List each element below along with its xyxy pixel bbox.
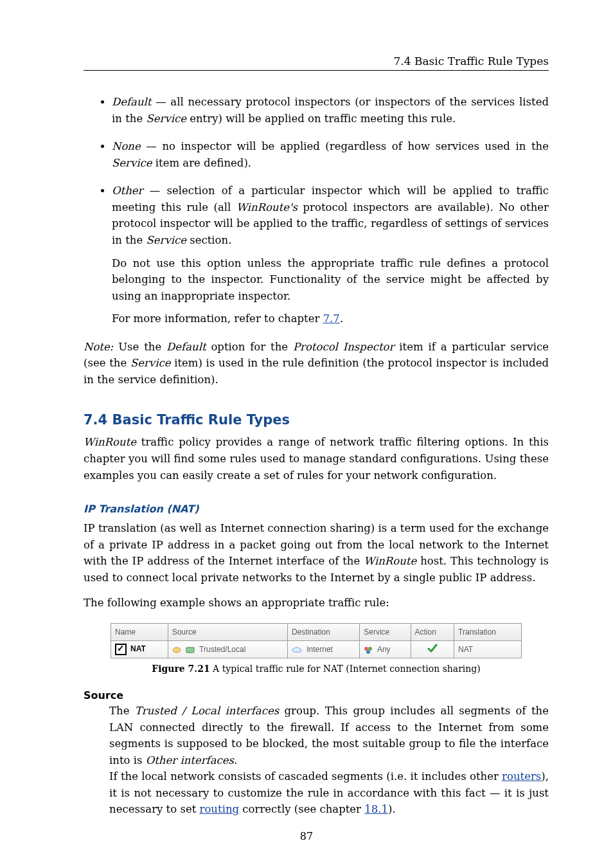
winroute-ital: WinRoute (84, 436, 136, 448)
body-text: entry) will be applied on traffic meetin… (186, 113, 456, 125)
figure-7-21: Name Source Destination Service Action T… (111, 623, 522, 674)
default-ital: Default (166, 341, 206, 353)
source-paragraph-2: If the local network consists of cascade… (109, 768, 549, 818)
table-row: NAT Trusted/Local Internet Any (111, 640, 522, 658)
body-text: The (109, 705, 135, 717)
list-item: Default — all necessary protocol inspect… (112, 94, 549, 127)
header-rule (84, 70, 549, 71)
rule-name: NAT (130, 644, 146, 653)
body-text: . (340, 312, 343, 325)
routers-link[interactable]: routers (502, 770, 541, 782)
service-ital: Service (146, 113, 186, 125)
cloud-icon (292, 646, 302, 654)
host-icon (172, 646, 181, 654)
service-ital: Service (146, 234, 186, 246)
cell-translation: NAT (454, 640, 522, 658)
body-text: traffic policy provides a range of netwo… (84, 436, 549, 481)
winroute-ital: WinRoute (364, 555, 416, 567)
service-text: Any (377, 645, 391, 654)
nic-icon (186, 646, 195, 654)
list-item: Other — selection of a particular inspec… (112, 183, 549, 327)
col-translation: Translation (454, 623, 522, 640)
note-paragraph: Note: Use the Default option for the Pro… (84, 339, 549, 388)
chapter-7-7-link[interactable]: 7.7 (323, 312, 340, 325)
other-interfaces-ital: Other interfaces (146, 754, 234, 766)
permit-icon (427, 644, 438, 653)
note-lead: Note: (84, 341, 113, 353)
body-text: If the local network consists of cascade… (109, 770, 502, 782)
protocol-inspector-ital: Protocol Inspector (293, 341, 394, 353)
col-action: Action (411, 623, 454, 640)
svg-point-4 (366, 650, 370, 654)
body-text: Do not use this option unless the approp… (112, 255, 549, 305)
service-ital: Service (112, 157, 152, 169)
bullet-lead: None (112, 140, 141, 152)
trusted-local-ital: Trusted / Local interfaces (135, 705, 279, 717)
cell-action (411, 640, 454, 658)
body-text: Use the (113, 341, 166, 353)
bullet-lead: Other (112, 185, 143, 197)
section-intro: WinRoute traffic policy provides a range… (84, 434, 549, 484)
section-heading: 7.4 Basic Traffic Rule Types (84, 412, 549, 428)
body-text: correctly (see chapter (239, 803, 364, 815)
table-header-row: Name Source Destination Service Action T… (111, 623, 522, 640)
running-head: 7.4 Basic Traffic Rule Types (84, 55, 549, 68)
svg-rect-1 (186, 647, 194, 653)
col-source: Source (168, 623, 287, 640)
source-paragraph-1: The Trusted / Local interfaces group. Th… (109, 703, 549, 768)
body-text: For more information, refer to chapter 7… (112, 311, 549, 327)
figure-caption: Figure 7.21 A typical traffic rule for N… (111, 664, 522, 674)
source-field-heading: Source (84, 689, 549, 701)
service-ital: Service (130, 357, 171, 369)
nat-heading: IP Translation (NAT) (84, 503, 549, 515)
any-icon (364, 646, 373, 654)
cell-name: NAT (111, 640, 168, 658)
cell-destination: Internet (287, 640, 359, 658)
figure-number: Figure 7.21 (152, 664, 209, 674)
body-text: For more information, refer to chapter (112, 312, 323, 325)
checkbox-checked-icon (115, 644, 127, 655)
body-text: ). (388, 803, 396, 815)
bullet-list: Default — all necessary protocol inspect… (84, 94, 549, 327)
svg-point-3 (368, 647, 372, 651)
col-service: Service (360, 623, 411, 640)
nat-paragraph-1: IP translation (as well as Internet conn… (84, 520, 549, 586)
traffic-rule-table: Name Source Destination Service Action T… (111, 623, 522, 658)
body-text: option for the (206, 341, 293, 353)
source-text: Trusted/Local (199, 645, 245, 654)
body-text: item are defined). (152, 157, 252, 169)
cell-source: Trusted/Local (168, 640, 287, 658)
bullet-lead: Default (112, 96, 151, 108)
winroute-ital: WinRoute's (236, 201, 298, 213)
figure-caption-text: A typical traffic rule for NAT (Internet… (210, 664, 481, 674)
destination-text: Internet (306, 645, 333, 654)
routing-link[interactable]: routing (200, 803, 240, 815)
body-text: — no inspector will be applied (regardle… (141, 140, 549, 152)
page-number: 87 (0, 830, 613, 842)
svg-point-2 (364, 647, 368, 651)
body-text: . (234, 754, 237, 766)
body-text: section. (186, 234, 231, 246)
list-item: None — no inspector will be applied (reg… (112, 138, 549, 171)
nat-paragraph-2: The following example shows an appropria… (84, 595, 549, 611)
col-destination: Destination (287, 623, 359, 640)
svg-point-0 (173, 647, 181, 653)
cell-service: Any (360, 640, 411, 658)
chapter-18-1-link[interactable]: 18.1 (364, 803, 388, 815)
col-name: Name (111, 623, 168, 640)
